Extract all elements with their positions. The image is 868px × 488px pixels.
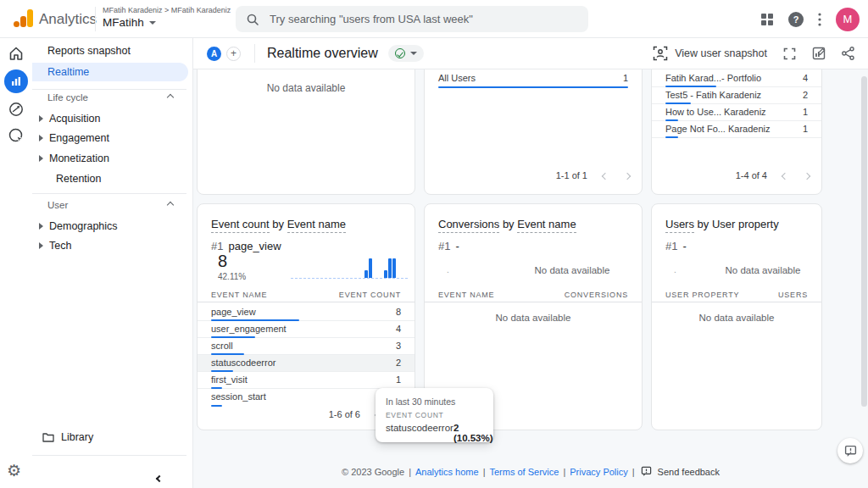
value-bar (665, 136, 678, 138)
sidebar-item-retention[interactable]: Retention (32, 170, 188, 187)
expand-arrow-icon (39, 115, 43, 122)
no-data-message: No data available (425, 313, 642, 323)
next-page-button[interactable] (803, 169, 811, 182)
add-comparison-button[interactable]: + (226, 47, 241, 61)
table-header: USER PROPERTY USERS (652, 289, 821, 302)
table-row[interactable]: Page Not Fo... Karadeniz 1 (652, 121, 821, 138)
value-bar (438, 86, 628, 88)
footer-link-terms[interactable]: Terms of Service (489, 467, 559, 477)
sidebar-section-life-cycle[interactable]: Life cycle (32, 90, 188, 105)
chevron-up-icon (167, 202, 174, 208)
card-title: Conversions by Event name (438, 218, 576, 230)
fullscreen-icon[interactable] (783, 47, 796, 60)
card-users-in-last-30min: All Users 1 1-1 of 1 (424, 69, 643, 195)
topbar-divider (95, 7, 96, 31)
card-page-titles: Fatih Karad...- Portfolio 4 Test5 - Fati… (651, 69, 822, 195)
advertising-icon[interactable] (8, 127, 25, 144)
no-data-message: No data available (509, 265, 635, 275)
sidebar-item-realtime[interactable]: Realtime (32, 63, 188, 81)
prev-page-button[interactable] (601, 169, 609, 182)
home-icon[interactable] (8, 45, 25, 62)
feedback-icon (641, 466, 652, 477)
sidebar-divider (32, 455, 186, 456)
pagination: 1-4 of 4 (736, 169, 811, 182)
sidebar-item-acquisition[interactable]: Acquisition (32, 110, 188, 127)
feedback-button[interactable] (837, 438, 863, 463)
table-row[interactable]: Fatih Karad...- Portfolio 4 (652, 70, 821, 87)
chevron-down-icon (149, 21, 156, 25)
report-header: A + Realtime overview View user snapshot (193, 38, 868, 69)
nav-rail: ⚙ (0, 38, 32, 488)
report-actions: View user snapshot (653, 46, 854, 61)
sidebar-item-monetization[interactable]: Monetization (32, 150, 188, 167)
prev-page-button[interactable] (781, 169, 789, 182)
footer-link-analytics-home[interactable]: Analytics home (415, 467, 479, 477)
table-row[interactable]: user_engagement 4 (198, 321, 415, 338)
copyright: © 2023 Google (342, 467, 404, 477)
table-row[interactable]: first_visit 1 (198, 372, 415, 389)
customize-report-icon[interactable] (812, 47, 826, 60)
analytics-logo-icon (14, 9, 34, 28)
footer-link-privacy[interactable]: Privacy Policy (570, 467, 627, 477)
sparkline-chart (291, 257, 408, 279)
chart-tooltip: In last 30 minutes EVENT COUNT statuscod… (376, 388, 493, 442)
table-row-hovered[interactable]: statuscodeerror 2 (198, 355, 415, 372)
sidebar-item-engagement[interactable]: Engagement (32, 130, 188, 147)
avatar[interactable]: M (836, 8, 860, 31)
table-row[interactable]: How to Use... Karadeniz 1 (652, 104, 821, 121)
help-icon[interactable]: ? (788, 12, 804, 27)
empty-value-dot: . (674, 265, 676, 274)
sidebar-item-tech[interactable]: Tech (32, 237, 188, 254)
sidebar-item-library[interactable]: Library (32, 429, 188, 446)
scrollbar[interactable] (861, 76, 867, 407)
kebab-menu-icon[interactable] (818, 13, 821, 26)
chevron-down-icon (410, 52, 417, 55)
top-bar: Analytics MFatih Karadeniz > MFatih Kara… (0, 0, 868, 38)
table-row[interactable]: page_view 8 (198, 304, 415, 321)
user-snapshot-icon[interactable] (653, 46, 668, 61)
table-header: EVENT NAME CONVERSIONS (425, 289, 642, 302)
expand-arrow-icon (39, 135, 43, 141)
send-feedback-label[interactable]: Send feedback (658, 467, 720, 477)
reports-sidebar: Reports snapshot Realtime Life cycle Acq… (32, 38, 193, 488)
collapse-sidebar-button[interactable] (153, 466, 165, 488)
expand-arrow-icon (39, 242, 43, 249)
sidebar-item-demographics[interactable]: Demographics (32, 218, 188, 235)
table-row[interactable]: All Users 1 (425, 70, 642, 87)
value-bar (211, 405, 222, 407)
table-row[interactable]: Test5 - Fatih Karadeniz 2 (652, 87, 821, 104)
search-input[interactable] (270, 13, 578, 25)
report-content: No data available All Users 1 1-1 of 1 F… (193, 69, 868, 488)
table-header: EVENT NAME EVENT COUNT (198, 289, 415, 302)
share-icon[interactable] (842, 47, 854, 60)
next-page-button[interactable] (623, 169, 632, 182)
sidebar-item-reports-snapshot[interactable]: Reports snapshot (32, 42, 188, 59)
tooltip-metric-label: EVENT COUNT (386, 411, 483, 419)
property-selector[interactable]: MFatihh (103, 16, 156, 29)
org-switcher-icon[interactable] (760, 13, 774, 26)
top-item-line: #1- (438, 240, 459, 252)
page-title: Realtime overview (267, 46, 378, 61)
search-bar[interactable] (236, 6, 588, 32)
analytics-app: Analytics MFatih Karadeniz > MFatih Kara… (0, 0, 868, 488)
topbar-actions: ? M (760, 0, 860, 38)
property-name: MFatihh (103, 16, 144, 29)
breadcrumb[interactable]: MFatih Karadeniz > MFatih Karadeniz (103, 6, 231, 14)
data-quality-badge[interactable] (388, 45, 424, 62)
empty-value-dot: . (447, 265, 449, 274)
no-data-message: No data available (652, 313, 821, 323)
admin-gear-icon[interactable]: ⚙ (7, 461, 21, 480)
card-top-left: No data available (197, 69, 415, 195)
table-row[interactable]: scroll 3 (198, 338, 415, 355)
sidebar-divider (32, 193, 186, 194)
top-item-line: #1- (665, 240, 687, 252)
metric-value: 8 (218, 252, 227, 271)
comparison-chip[interactable]: A (207, 47, 221, 61)
sidebar-section-user[interactable]: User (32, 197, 188, 213)
expand-arrow-icon (39, 155, 43, 162)
view-user-snapshot-label[interactable]: View user snapshot (675, 47, 767, 59)
reports-icon[interactable] (4, 69, 28, 93)
explore-icon[interactable] (8, 101, 25, 118)
card-users-by-property: Users by User property #1- . No data ava… (651, 203, 822, 430)
no-data-message: No data available (198, 82, 415, 94)
